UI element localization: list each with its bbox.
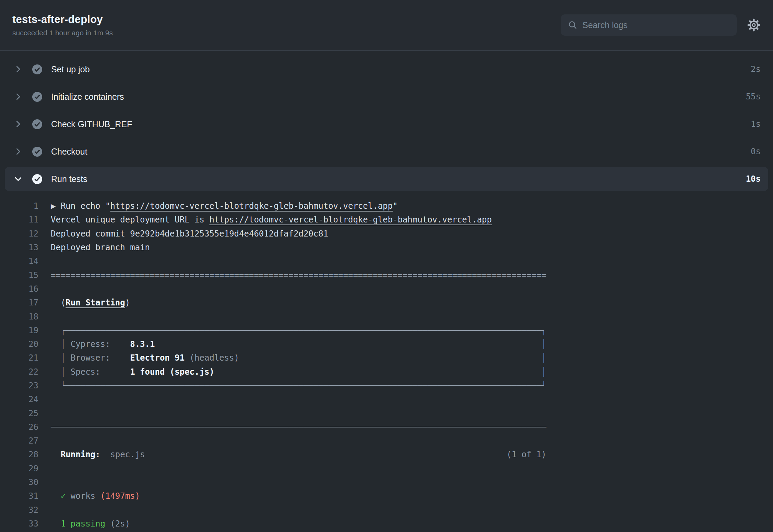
- log-line-number[interactable]: 23: [0, 381, 38, 390]
- log-line-text: ✓ works (1497ms): [51, 491, 140, 501]
- log-line-number[interactable]: 33: [0, 519, 38, 529]
- log-line: 15======================================…: [0, 268, 773, 282]
- log-line-text: (Run Starting): [51, 298, 130, 307]
- log-line: 1▶ Run echo "https://todomvc-vercel-blot…: [0, 199, 773, 213]
- log-viewer-header: tests-after-deploy succeeded 1 hour ago …: [0, 0, 773, 51]
- log-text-segment: ): [125, 298, 130, 307]
- log-line-number[interactable]: 31: [0, 491, 38, 501]
- log-line-number[interactable]: 28: [0, 450, 38, 459]
- log-line-number[interactable]: 18: [0, 312, 38, 322]
- step-label: Run tests: [51, 174, 87, 184]
- log-line-text: Vercel unique deployment URL is https://…: [51, 215, 492, 225]
- log-line-number[interactable]: 16: [0, 284, 38, 294]
- log-line-text: 1 passing (2s): [51, 519, 130, 529]
- log-text-segment: (2s): [105, 519, 130, 529]
- header-actions: [561, 14, 761, 36]
- step-duration: 10s: [746, 174, 761, 184]
- log-line: 27: [0, 434, 773, 448]
- log-line: 20 │ Cypress: 8.3.1 │: [0, 337, 773, 351]
- log-line-number[interactable]: 29: [0, 464, 38, 473]
- step-row-checkout[interactable]: Checkout0s: [0, 138, 773, 165]
- chevron-right-icon: [14, 147, 23, 156]
- success-check-icon: [32, 119, 42, 129]
- log-link[interactable]: https://todomvc-vercel-blotrdqke-gleb-ba…: [209, 215, 492, 225]
- search-logs-box: [561, 14, 737, 36]
- log-text-segment: ": [393, 201, 397, 211]
- log-line: 22 │ Specs: 1 found (spec.js) │: [0, 365, 773, 379]
- log-line-number[interactable]: 21: [0, 353, 38, 363]
- log-line-number[interactable]: 22: [0, 367, 38, 377]
- log-text-segment: │ Browser:: [51, 353, 130, 363]
- job-status-subtitle: succeeded 1 hour ago in 1m 9s: [12, 29, 113, 37]
- log-text-segment: │ Specs:: [51, 367, 130, 377]
- step-row-run-tests[interactable]: Run tests10s: [5, 167, 768, 191]
- log-line-number[interactable]: 14: [0, 256, 38, 266]
- log-line: 18: [0, 310, 773, 323]
- log-line-text: │ Browser: Electron 91 (headless) │: [51, 353, 546, 363]
- log-line-number[interactable]: 30: [0, 477, 38, 487]
- log-line-number[interactable]: 17: [0, 298, 38, 307]
- step-duration: 0s: [751, 147, 761, 156]
- log-line-number[interactable]: 27: [0, 436, 38, 446]
- log-text-segment: Run Starting: [66, 298, 125, 307]
- log-text-segment: Running:: [51, 450, 100, 459]
- log-line-text: │ Cypress: 8.3.1 │: [51, 339, 546, 349]
- log-text-segment: Deployed commit 9e292b4de1b3125355e19d4e…: [51, 229, 328, 239]
- search-logs-input[interactable]: [582, 20, 730, 30]
- log-line: 11Vercel unique deployment URL is https:…: [0, 213, 773, 227]
- gear-icon[interactable]: [747, 18, 761, 32]
- step-label: Checkout: [51, 147, 87, 157]
- step-label: Set up job: [51, 64, 90, 74]
- log-separator: ────────────────────────────────────────…: [66, 326, 541, 335]
- log-line-number[interactable]: 24: [0, 395, 38, 404]
- log-text-segment: Run echo ": [61, 201, 110, 211]
- log-text-segment: │: [541, 339, 546, 349]
- log-text-segment: Vercel unique deployment URL is: [51, 215, 209, 225]
- log-line-number[interactable]: 25: [0, 409, 38, 418]
- log-text-segment: spec.js: [100, 450, 145, 459]
- log-link[interactable]: https://todomvc-vercel-blotrdqke-gleb-ba…: [110, 201, 393, 211]
- log-output: 1▶ Run echo "https://todomvc-vercel-blot…: [0, 199, 773, 531]
- log-line: 23 └────────────────────────────────────…: [0, 379, 773, 392]
- step-duration: 1s: [751, 119, 761, 129]
- log-line: 13Deployed branch main: [0, 241, 773, 254]
- log-text-segment: ┐: [541, 326, 546, 335]
- log-line-text: ▶ Run echo "https://todomvc-vercel-blotr…: [51, 201, 397, 211]
- log-line-number[interactable]: 19: [0, 326, 38, 335]
- step-row-initialize-containers[interactable]: Initialize containers55s: [0, 83, 773, 110]
- log-line-number[interactable]: 20: [0, 339, 38, 349]
- log-text-segment: 1 passing: [51, 519, 105, 529]
- log-line: 12Deployed commit 9e292b4de1b3125355e19d…: [0, 227, 773, 241]
- step-row-set-up-job[interactable]: Set up job2s: [0, 56, 773, 83]
- log-line-text: │ Specs: 1 found (spec.js) │: [51, 367, 546, 377]
- log-line: 14: [0, 254, 773, 268]
- log-line-text: ========================================…: [51, 270, 546, 280]
- log-line: 16: [0, 282, 773, 296]
- step-label: Initialize containers: [51, 92, 124, 102]
- log-line-number[interactable]: 15: [0, 270, 38, 280]
- log-line-number[interactable]: 11: [0, 215, 38, 225]
- log-line-number[interactable]: 13: [0, 243, 38, 252]
- log-text-segment: 1 found (spec.js): [130, 367, 214, 377]
- log-line-number[interactable]: 1: [0, 201, 38, 211]
- log-separator: ========================================…: [51, 270, 546, 280]
- step-duration: 2s: [751, 64, 761, 74]
- log-separator: ────────────────────────────────────────…: [66, 381, 541, 390]
- log-line: 19 ┌────────────────────────────────────…: [0, 324, 773, 337]
- success-check-icon: [32, 64, 42, 74]
- log-line-number[interactable]: 12: [0, 229, 38, 239]
- log-line: 26──────────────────────────────────────…: [0, 420, 773, 434]
- step-row-check-github-ref[interactable]: Check GITHUB_REF1s: [0, 110, 773, 138]
- log-text-segment: 8.3.1: [130, 339, 155, 349]
- log-line-number[interactable]: 26: [0, 422, 38, 432]
- job-title: tests-after-deploy: [12, 13, 113, 26]
- log-text-segment: (: [51, 298, 66, 307]
- log-line-number[interactable]: 32: [0, 505, 38, 515]
- success-check-icon: [32, 174, 42, 184]
- log-text-segment: ┌: [51, 326, 66, 335]
- log-group-toggle-icon[interactable]: ▶: [51, 201, 61, 211]
- chevron-right-icon: [14, 120, 23, 129]
- log-text-segment: (headless): [185, 353, 239, 363]
- step-label: Check GITHUB_REF: [51, 119, 132, 129]
- steps-list: Set up job2sInitialize containers55sChec…: [0, 51, 773, 191]
